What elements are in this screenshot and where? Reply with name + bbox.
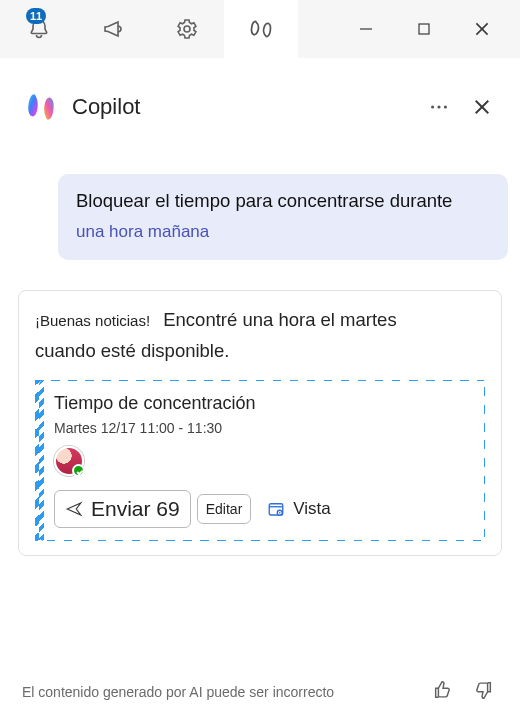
notification-badge: 11 [26,8,46,24]
send-button[interactable]: Enviar 69 [54,490,191,528]
edit-button-label: Editar [206,501,243,517]
event-time: Martes 12/17 11:00 - 11:30 [54,420,470,436]
svg-point-6 [437,105,440,108]
minimize-button[interactable] [356,19,376,39]
gear-icon [175,17,199,41]
svg-point-13 [279,512,281,514]
svg-point-5 [431,105,434,108]
tab-announcements[interactable] [76,0,150,58]
conversation-area: Bloquear el tiempo para concentrarse dur… [0,132,520,665]
window-titlebar: 11 [0,0,520,58]
assistant-response-card: ¡Buenas noticias! Encontré una hora el m… [18,290,502,556]
maximize-button[interactable] [414,19,434,39]
tab-copilot[interactable] [224,0,298,58]
svg-point-7 [444,105,447,108]
disclaimer-footer: El contenido generado por AI puede ser i… [0,665,520,720]
edit-button[interactable]: Editar [197,494,252,524]
user-message-line2: una hora mañana [76,222,490,242]
assistant-exclamation: ¡Buenas noticias! [35,312,150,329]
close-pane-button[interactable] [468,93,496,121]
event-title: Tiempo de concentración [54,393,470,414]
assistant-found-part1: Encontré una hora el martes [163,309,396,330]
attendee-row [54,446,470,476]
window-controls [356,19,520,39]
attendee-avatar[interactable] [54,446,84,476]
copilot-pane: Copilot Bloquear el tiempo para concentr… [0,58,520,720]
thumbs-up-button[interactable] [428,675,458,708]
assistant-text-2: cuando esté disponible. [35,336,485,367]
view-button[interactable]: Vista [257,493,341,525]
thumbs-down-button[interactable] [468,675,498,708]
pane-title: Copilot [72,94,140,120]
presence-available-icon [72,464,85,477]
view-button-label: Vista [293,499,331,519]
tab-notifications[interactable]: 11 [2,0,76,58]
tab-settings[interactable] [150,0,224,58]
more-options-button[interactable] [424,92,454,122]
pane-header: Copilot [0,90,520,132]
copilot-tab-icon [248,16,274,42]
assistant-text: ¡Buenas noticias! Encontré una hora el m… [35,305,485,336]
close-window-button[interactable] [472,19,492,39]
ai-disclaimer-text: El contenido generado por AI puede ser i… [22,684,418,700]
send-button-label: Enviar 69 [91,497,180,521]
svg-rect-2 [419,24,429,34]
user-message-line1: Bloquear el tiempo para concentrarse dur… [76,190,490,212]
user-message-bubble: Bloquear el tiempo para concentrarse dur… [58,174,508,260]
event-card: Tiempo de concentración Martes 12/17 11:… [35,380,485,541]
event-actions: Enviar 69 Editar Vista [54,490,470,528]
copilot-logo-icon [24,90,58,124]
calendar-icon [267,500,285,518]
svg-point-0 [184,26,190,32]
megaphone-icon [101,17,125,41]
send-icon [65,500,83,518]
titlebar-tabs: 11 [2,0,298,58]
